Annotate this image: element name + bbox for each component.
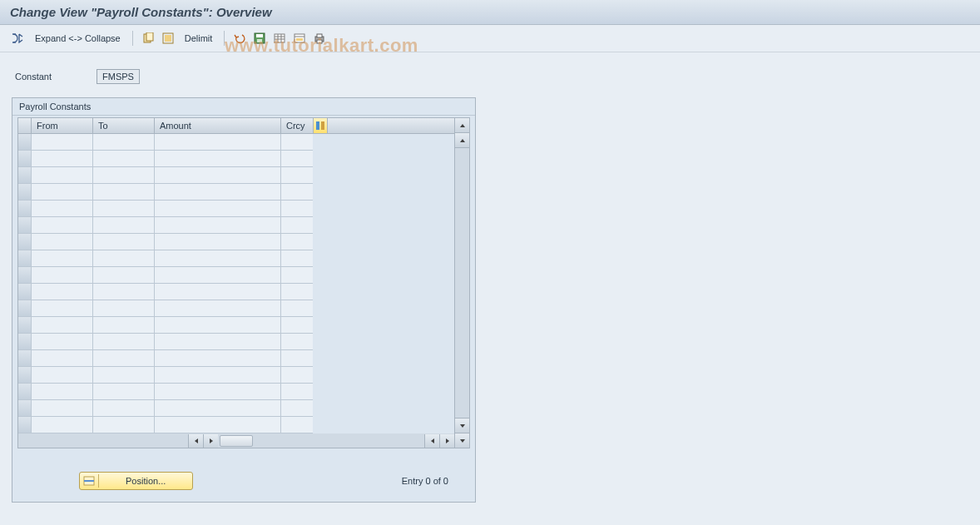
col-crcy[interactable]: Crcy — [281, 118, 313, 133]
table-row[interactable] — [18, 217, 454, 234]
panel-title: Payroll Constants — [12, 98, 475, 116]
select-all-icon[interactable] — [160, 30, 176, 47]
table-row[interactable] — [18, 384, 454, 400]
delimit-button[interactable]: Delimit — [180, 33, 218, 43]
svg-rect-20 — [321, 121, 324, 130]
table-row[interactable] — [18, 267, 454, 284]
table-row[interactable] — [18, 250, 454, 267]
save-icon[interactable] — [251, 30, 268, 47]
svg-rect-3 — [165, 35, 171, 42]
svg-rect-17 — [317, 40, 322, 43]
separator — [132, 31, 133, 46]
configure-columns-icon[interactable] — [313, 118, 328, 133]
scroll-down-icon[interactable] — [455, 433, 469, 448]
grid-header: From To Amount Crcy — [17, 117, 455, 134]
scroll-down2-icon[interactable] — [455, 418, 469, 433]
payroll-constants-panel: Payroll Constants From To Amount Crcy — [12, 97, 476, 503]
table-row[interactable] — [18, 317, 454, 334]
select-all-header[interactable] — [18, 118, 32, 133]
svg-rect-5 — [256, 34, 263, 37]
col-from[interactable]: From — [32, 118, 93, 133]
vertical-scrollbar[interactable] — [455, 117, 470, 448]
svg-rect-1 — [146, 32, 153, 41]
scroll-up2-icon[interactable] — [455, 133, 469, 148]
scroll-right2-icon[interactable] — [439, 434, 454, 448]
table-row[interactable] — [18, 151, 454, 167]
toolbar: Expand <-> Collapse Delimit — [0, 25, 980, 52]
col-to[interactable]: To — [93, 118, 155, 133]
scroll-left-icon[interactable] — [188, 434, 203, 448]
entry-count: Entry 0 of 0 — [402, 476, 448, 486]
table-row[interactable] — [18, 417, 454, 433]
svg-rect-19 — [316, 121, 319, 130]
table-row[interactable] — [18, 400, 454, 417]
undo-icon[interactable] — [231, 30, 248, 47]
svg-rect-14 — [296, 38, 303, 41]
separator — [224, 31, 225, 46]
table-icon[interactable] — [271, 30, 288, 47]
print-icon[interactable] — [311, 30, 328, 47]
scroll-thumb[interactable] — [220, 435, 253, 447]
table-row[interactable] — [18, 300, 454, 317]
grid-rows — [17, 134, 455, 433]
panel-footer: Position... Entry 0 of 0 — [12, 448, 475, 495]
constant-label: Constant — [15, 72, 90, 82]
svg-rect-6 — [257, 39, 262, 42]
grid: From To Amount Crcy — [12, 116, 475, 448]
scroll-left2-icon[interactable] — [424, 434, 439, 448]
content-area: Constant FMSPS Payroll Constants From To… — [0, 52, 980, 511]
copy-icon[interactable] — [140, 30, 156, 47]
scroll-up-icon[interactable] — [455, 118, 469, 133]
svg-rect-16 — [317, 34, 322, 37]
table-settings-icon[interactable] — [291, 30, 308, 47]
table-row[interactable] — [18, 167, 454, 184]
col-amount[interactable]: Amount — [155, 118, 281, 133]
svg-rect-22 — [84, 480, 94, 482]
constant-value: FMSPS — [97, 69, 140, 84]
svg-rect-7 — [275, 34, 285, 42]
position-icon — [82, 475, 97, 487]
horizontal-scrollbar[interactable] — [17, 433, 455, 448]
toggle-icon[interactable] — [8, 30, 27, 47]
expand-collapse-button[interactable]: Expand <-> Collapse — [30, 33, 126, 43]
table-row[interactable] — [18, 350, 454, 367]
table-row[interactable] — [18, 284, 454, 300]
constant-field-row: Constant FMSPS — [15, 69, 968, 84]
table-row[interactable] — [18, 184, 454, 201]
table-row[interactable] — [18, 134, 454, 151]
position-button[interactable]: Position... — [79, 472, 193, 490]
position-label: Position... — [101, 476, 191, 486]
scroll-right-icon[interactable] — [203, 434, 218, 448]
table-row[interactable] — [18, 234, 454, 250]
table-row[interactable] — [18, 367, 454, 384]
page-title: Change View "Payroll Constants": Overvie… — [0, 0, 980, 25]
table-row[interactable] — [18, 201, 454, 217]
table-row[interactable] — [18, 334, 454, 350]
